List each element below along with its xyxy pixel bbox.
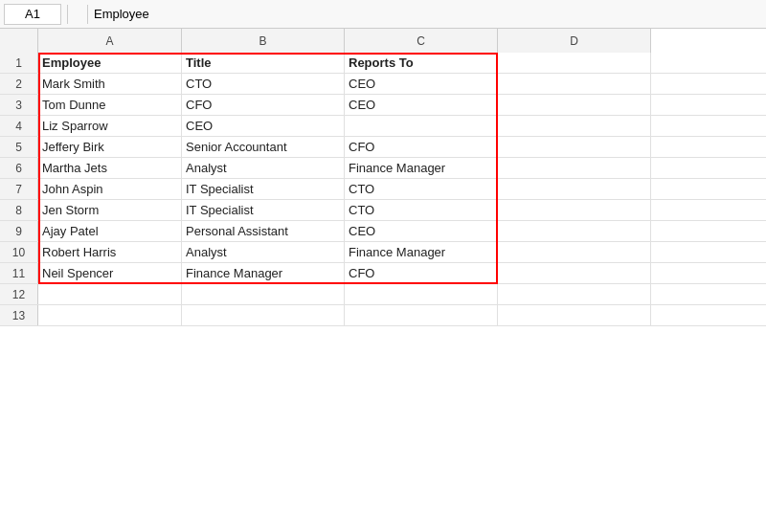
cell[interactable]: Reports To [345,53,498,73]
cell[interactable] [182,284,345,304]
cell[interactable] [498,263,651,283]
row-number: 4 [0,116,38,136]
table-row: 8Jen StormIT SpecialistCTO [0,200,766,221]
cell[interactable]: Senior Accountant [182,137,345,157]
cell[interactable]: CTO [345,200,498,220]
cell[interactable]: Jeffery Birk [38,137,182,157]
table-row: 13 [0,305,766,326]
table-row: 3Tom DunneCFOCEO [0,95,766,116]
cell[interactable] [498,116,651,136]
cell[interactable] [345,284,498,304]
row-number: 2 [0,74,38,94]
row-number: 8 [0,200,38,220]
table-row: 9Ajay PatelPersonal AssistantCEO [0,221,766,242]
cell[interactable] [182,305,345,325]
cell[interactable]: Analyst [182,158,345,178]
cell[interactable]: Personal Assistant [182,221,345,241]
column-headers: A B C D [0,29,766,53]
cell[interactable] [38,284,182,304]
spreadsheet-wrapper: A B C D 1EmployeeTitleReports To2Mark Sm… [0,29,766,532]
cell[interactable]: CTO [345,179,498,199]
row-number: 13 [0,305,38,325]
cell[interactable]: Neil Spencer [38,263,182,283]
cell[interactable] [498,179,651,199]
cell[interactable] [498,305,651,325]
cell[interactable] [345,305,498,325]
cell[interactable] [498,200,651,220]
cell[interactable] [498,137,651,157]
cell[interactable]: Employee [38,53,182,73]
cell[interactable]: Title [182,53,345,73]
cell[interactable]: Jen Storm [38,200,182,220]
cell[interactable]: CFO [345,263,498,283]
cell[interactable]: Analyst [182,242,345,262]
cell[interactable] [498,284,651,304]
cell[interactable]: CFO [345,137,498,157]
col-header-b[interactable]: B [182,29,345,53]
table-row: 1EmployeeTitleReports To [0,53,766,74]
grid-body: 1EmployeeTitleReports To2Mark SmithCTOCE… [0,53,766,532]
cell[interactable]: Ajay Patel [38,221,182,241]
formula-bar-divider [67,5,68,24]
cell[interactable]: John Aspin [38,179,182,199]
formula-input[interactable] [94,4,762,25]
col-header-c[interactable]: C [345,29,498,53]
cell[interactable]: Mark Smith [38,74,182,94]
col-header-a[interactable]: A [38,29,182,53]
spreadsheet: A B C D 1EmployeeTitleReports To2Mark Sm… [0,29,766,532]
formula-bar [0,0,766,29]
cell[interactable] [498,95,651,115]
cell[interactable]: Finance Manager [345,158,498,178]
cell[interactable] [498,53,651,73]
table-row: 10Robert HarrisAnalystFinance Manager [0,242,766,263]
row-number: 5 [0,137,38,157]
formula-bar-divider2 [87,5,88,24]
table-row: 4Liz SparrowCEO [0,116,766,137]
col-header-d[interactable]: D [498,29,651,53]
row-number: 11 [0,263,38,283]
cell[interactable]: CFO [182,95,345,115]
cell[interactable]: Finance Manager [182,263,345,283]
cell[interactable]: CEO [182,116,345,136]
table-row: 12 [0,284,766,305]
cell[interactable] [498,242,651,262]
table-row: 2Mark SmithCTOCEO [0,74,766,95]
table-row: 5Jeffery BirkSenior AccountantCFO [0,137,766,158]
row-number: 7 [0,179,38,199]
table-row: 6Martha JetsAnalystFinance Manager [0,158,766,179]
cell[interactable]: Martha Jets [38,158,182,178]
cell[interactable]: CEO [345,95,498,115]
row-number: 12 [0,284,38,304]
cell[interactable]: IT Specialist [182,179,345,199]
cell[interactable] [38,305,182,325]
cell[interactable] [498,158,651,178]
table-row: 11Neil SpencerFinance ManagerCFO [0,263,766,284]
cell[interactable]: Robert Harris [38,242,182,262]
cell[interactable]: Finance Manager [345,242,498,262]
row-number: 10 [0,242,38,262]
cell[interactable] [345,116,498,136]
row-number: 3 [0,95,38,115]
row-num-header [0,29,38,53]
table-row: 7John AspinIT SpecialistCTO [0,179,766,200]
cell[interactable]: Liz Sparrow [38,116,182,136]
row-number: 1 [0,53,38,73]
cell[interactable]: IT Specialist [182,200,345,220]
cell[interactable]: CEO [345,74,498,94]
cell-reference-input[interactable] [4,4,61,25]
cell[interactable] [498,74,651,94]
row-number: 9 [0,221,38,241]
cell[interactable]: CEO [345,221,498,241]
cell[interactable] [498,221,651,241]
cell[interactable]: Tom Dunne [38,95,182,115]
cell[interactable]: CTO [182,74,345,94]
row-number: 6 [0,158,38,178]
